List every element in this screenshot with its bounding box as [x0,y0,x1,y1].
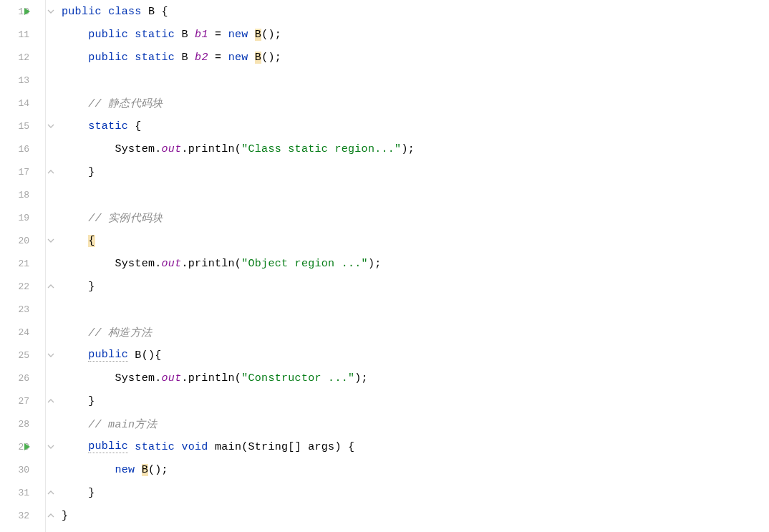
gutter-line[interactable]: 29 [0,435,45,458]
gutter-line[interactable]: 15 [0,115,45,137]
class-name: System [115,143,155,155]
line-number: 18 [14,190,29,200]
identifier: ); [368,258,382,270]
gutter-line[interactable]: 20 [0,229,45,252]
identifier: ); [401,143,415,155]
identifier: .println( [181,143,241,155]
gutter-line[interactable]: 11 [0,23,45,46]
gutter-line[interactable]: 23 [0,298,45,321]
fold-icon[interactable] [47,443,54,450]
fold-icon[interactable] [47,122,54,130]
gutter-line[interactable]: 24 [0,321,45,344]
class-name: System [115,372,155,385]
fold-icon[interactable] [47,168,54,175]
code-line[interactable]: System.out.println("Class static region.… [62,137,769,160]
class-name-highlighted: B [255,52,261,64]
field-name: b1 [195,29,208,41]
line-number: 12 [14,52,29,63]
fold-icon[interactable] [47,237,54,244]
code-line[interactable]: public static B b2 = new B(); [62,46,769,69]
run-gutter-icon[interactable] [23,442,32,451]
identifier: .println( [181,258,241,270]
code-line[interactable] [62,183,769,206]
line-number: 16 [14,144,29,155]
keyword: static [135,441,175,453]
identifier: (); [261,29,281,41]
code-line[interactable]: } [62,275,769,298]
code-line[interactable]: } [62,504,769,527]
code-line[interactable]: System.out.println("Constructor ..."); [62,367,769,390]
line-number: 28 [14,419,29,430]
class-name-highlighted: B [255,29,261,41]
fold-icon[interactable] [47,512,54,519]
fold-icon[interactable] [47,283,54,290]
comment: // 静态代码块 [88,97,163,110]
gutter-line[interactable]: 14 [0,92,45,115]
gutter-line[interactable]: 16 [0,137,45,160]
code-line[interactable]: } [62,160,769,183]
gutter-line[interactable]: 25 [0,344,45,367]
fold-icon[interactable] [47,8,54,15]
run-gutter-icon[interactable] [23,7,32,16]
code-line[interactable]: } [62,390,769,412]
code-editor[interactable]: public class B { public static B b1 = ne… [56,0,769,532]
comment: // 实例代码块 [88,211,163,225]
gutter-line[interactable]: 30 [0,458,45,481]
gutter-line[interactable]: 22 [0,275,45,298]
code-line[interactable]: static { [62,115,769,137]
gutter-line[interactable]: 19 [0,206,45,229]
code-line[interactable]: // main方法 [62,412,769,435]
line-number: 25 [14,350,29,361]
gutter-line[interactable]: 21 [0,252,45,275]
fold-icon[interactable] [47,397,54,405]
line-number: 11 [14,29,29,40]
identifier: ); [354,372,368,385]
static-field: out [162,258,182,270]
code-line[interactable]: new B(); [62,458,769,481]
gutter-line[interactable]: 10 [0,0,45,23]
line-number: 30 [14,465,29,475]
gutter-line[interactable]: 18 [0,183,45,206]
gutter-line[interactable]: 17 [0,160,45,183]
code-line[interactable]: { [62,229,769,252]
line-number: 22 [14,281,29,292]
fold-icon[interactable] [47,489,54,496]
gutter-line[interactable]: 27 [0,390,45,412]
code-line[interactable]: // 实例代码块 [62,206,769,229]
line-number: 13 [14,75,29,86]
code-line[interactable] [62,298,769,321]
line-number: 24 [14,327,29,338]
identifier: = [215,29,221,41]
identifier: } [88,487,95,499]
line-number: 17 [14,167,29,178]
line-number: 32 [14,511,29,521]
gutter-line[interactable]: 28 [0,412,45,435]
code-line[interactable]: } [62,481,769,504]
static-field: out [162,143,182,155]
line-number: 20 [14,236,29,246]
line-number: 27 [14,396,29,407]
class-name-highlighted: B [142,464,148,476]
code-line[interactable]: public class B { [62,0,769,23]
gutter-line[interactable]: 26 [0,367,45,390]
gutter-line[interactable]: 32 [0,504,45,527]
line-number: 14 [14,98,29,109]
identifier-highlighted: { [88,235,95,247]
code-line[interactable]: public static B b1 = new B(); [62,23,769,46]
gutter-line[interactable]: 13 [0,69,45,92]
fold-icon[interactable] [47,352,54,359]
fold-gutter [46,0,56,532]
code-line[interactable]: // 静态代码块 [62,92,769,115]
gutter-line[interactable]: 31 [0,481,45,504]
code-line[interactable]: public static void main(String[] args) { [62,435,769,458]
code-line[interactable]: // 构造方法 [62,321,769,344]
code-line[interactable] [62,69,769,92]
line-number: 19 [14,213,29,223]
identifier: } [88,166,95,178]
code-line[interactable]: public B(){ [62,344,769,367]
code-line[interactable]: System.out.println("Object region ..."); [62,252,769,275]
keyword: public [62,6,102,18]
gutter-line[interactable]: 12 [0,46,45,69]
keyword: new [228,52,248,64]
keyword: public [88,52,128,64]
